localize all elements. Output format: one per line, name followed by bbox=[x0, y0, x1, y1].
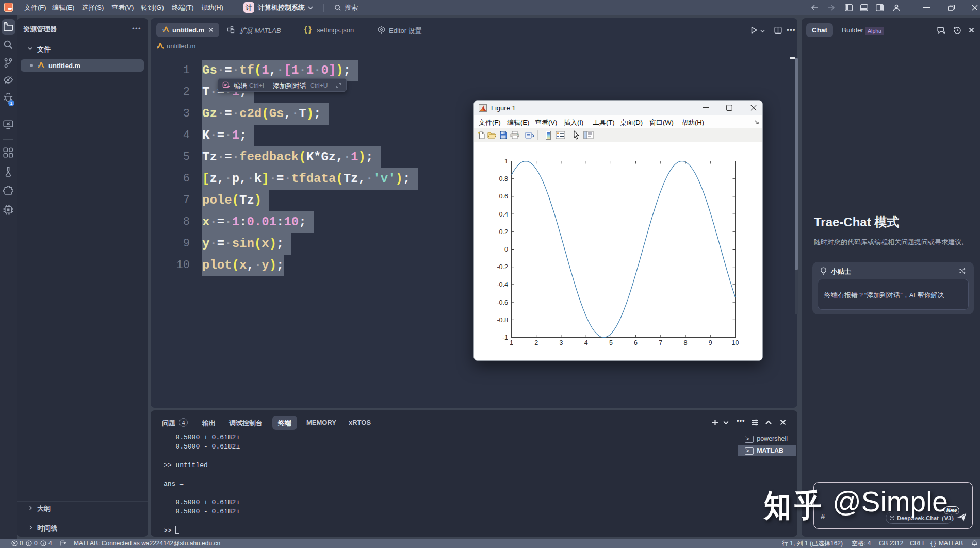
svg-text:10: 10 bbox=[732, 339, 739, 346]
svg-text:-1: -1 bbox=[502, 334, 508, 341]
svg-text:8: 8 bbox=[684, 339, 688, 346]
svg-text:0.8: 0.8 bbox=[499, 175, 508, 182]
svg-text:-0.2: -0.2 bbox=[497, 263, 508, 271]
svg-text:4: 4 bbox=[584, 339, 588, 346]
svg-text:5: 5 bbox=[609, 339, 613, 346]
svg-text:1: 1 bbox=[504, 158, 508, 165]
svg-text:1: 1 bbox=[510, 339, 513, 346]
svg-text:2: 2 bbox=[534, 339, 538, 346]
svg-text:0.6: 0.6 bbox=[499, 193, 508, 200]
svg-text:3: 3 bbox=[559, 339, 563, 346]
svg-text:-0.6: -0.6 bbox=[497, 299, 508, 306]
svg-text:-0.8: -0.8 bbox=[497, 317, 508, 324]
svg-text:0.4: 0.4 bbox=[499, 211, 508, 218]
svg-text:0.2: 0.2 bbox=[499, 228, 508, 236]
svg-text:9: 9 bbox=[709, 339, 712, 346]
svg-text:7: 7 bbox=[659, 339, 662, 346]
svg-text:0: 0 bbox=[504, 246, 508, 253]
svg-text:-0.4: -0.4 bbox=[497, 281, 508, 288]
svg-text:6: 6 bbox=[634, 339, 638, 346]
